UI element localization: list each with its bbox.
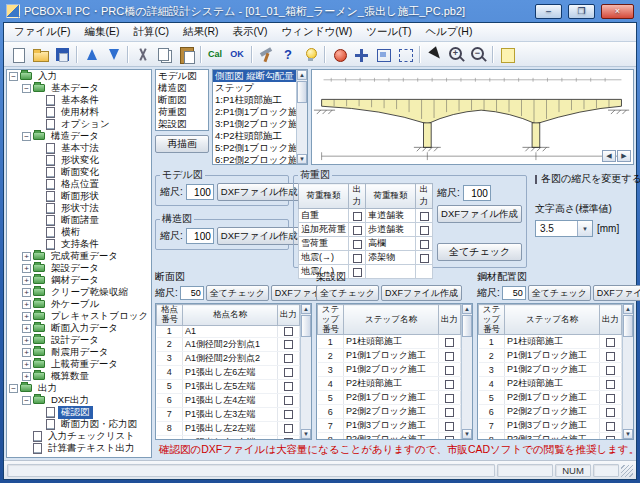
output-checkbox[interactable] [445,394,454,403]
select-cursor-icon[interactable] [423,44,445,64]
save-icon[interactable] [51,44,73,64]
prev-step-button[interactable]: ◀ [602,150,616,162]
tree-item[interactable]: +プレキャストブロック [7,310,151,322]
tendon-scale-input[interactable] [502,286,526,300]
step-list-item[interactable]: ステップ [213,82,296,94]
expand-icon[interactable]: + [22,300,31,309]
table-row[interactable]: 1A1 [157,325,300,337]
table-row[interactable]: 4P2柱頭部施工 [479,377,622,391]
output-checkbox[interactable] [353,254,362,263]
structure-dxf-button[interactable]: DXFファイル作成 [217,227,302,245]
output-checkbox[interactable] [420,226,429,235]
help-icon[interactable]: ? [277,44,299,64]
expand-icon[interactable]: + [22,336,31,345]
scrollbar-thumb[interactable] [462,315,472,337]
step-list-item[interactable]: 3:P1側2ブロック施工 [213,118,296,130]
menu-window[interactable]: ウィンドウ(W) [276,23,359,41]
expand-icon[interactable]: + [22,348,31,357]
load-scale-input[interactable] [463,185,491,201]
output-checkbox[interactable] [606,352,615,361]
table-row[interactable]: 4P2柱頭部施工 [318,377,461,391]
section-scale-input[interactable] [180,286,204,300]
menu-calc[interactable]: 計算(C) [127,23,175,41]
expand-icon[interactable]: + [22,252,31,261]
tree-item[interactable]: 基本寸法 [7,142,151,154]
output-checkbox[interactable] [606,380,615,389]
output-checkbox[interactable] [353,226,362,235]
section-check-all-button[interactable]: 全てチェック [206,285,269,301]
output-checkbox[interactable] [445,408,454,417]
sheet-icon[interactable] [496,44,518,64]
next-step-button[interactable]: ▶ [617,150,631,162]
collapse-icon[interactable]: − [22,84,31,93]
calc-button[interactable]: Cal [204,44,226,64]
redraw-view-icon[interactable] [328,44,350,64]
tree-item[interactable]: 断面力図・応力図 [7,418,151,430]
table-row[interactable]: 2P1側1ブロック施工 [479,349,622,363]
zoom-out-icon[interactable] [467,44,489,64]
figure-list-item[interactable]: 断面図 [156,94,208,106]
build-icon[interactable] [255,44,277,64]
step-list-scrollbar[interactable]: ▲▼ [296,70,307,164]
model-dxf-button[interactable]: DXFファイル作成 [217,183,302,201]
tree-item[interactable]: 基本条件 [7,94,151,106]
collapse-icon[interactable]: − [22,396,31,405]
output-checkbox[interactable] [353,212,362,221]
table-row[interactable]: 4P1張出し左6左端 [157,365,300,379]
scroll-down-icon[interactable]: ▼ [462,429,472,439]
menu-tools[interactable]: ツール(T) [360,23,417,41]
tree-item[interactable]: +概算数量 [7,370,151,382]
tree-item[interactable]: 格点位置 [7,178,151,190]
figure-list-item[interactable]: 荷重図 [156,106,208,118]
step-list-item[interactable]: 6:P2側2ブロック施工 [213,154,296,164]
output-checkbox[interactable] [284,424,293,433]
scroll-up-icon[interactable]: ▲ [301,304,311,314]
output-checkbox[interactable] [606,338,615,347]
cut-icon[interactable] [131,44,153,64]
zoom-in-icon[interactable] [445,44,467,64]
open-file-icon[interactable] [29,44,51,64]
scroll-down-icon[interactable]: ▼ [297,154,307,164]
table-row[interactable]: 6P2側2ブロック施工 [479,405,622,419]
expand-icon[interactable]: + [22,360,31,369]
copy-icon[interactable] [153,44,175,64]
hint-lamp-icon[interactable] [299,44,321,64]
expand-icon[interactable]: + [22,288,31,297]
output-checkbox[interactable] [420,254,429,263]
output-checkbox[interactable] [445,436,454,440]
tree-item[interactable]: 入力チェックリスト [7,430,151,442]
output-checkbox[interactable] [606,436,615,440]
tree-item[interactable]: +架設データ [7,262,151,274]
tree-item[interactable]: 計算書テキスト出力 [7,442,151,454]
erection-dxf-button[interactable]: DXFファイル作成 [381,285,462,301]
table-row[interactable]: 8P2側3ブロック施工 [318,433,461,440]
tree-item[interactable]: −入力 [7,70,151,82]
expand-icon[interactable]: + [22,312,31,321]
collapse-icon[interactable]: − [9,384,18,393]
output-checkbox[interactable] [606,408,615,417]
structure-scale-input[interactable] [186,228,214,244]
tendon-check-all-button[interactable]: 全てチェック [528,285,591,301]
tree-item[interactable]: +上載荷重データ [7,358,151,370]
model-scale-input[interactable] [186,184,214,200]
scroll-down-icon[interactable]: ▼ [301,429,311,439]
table-row[interactable]: 1P1柱頭部施工 [318,335,461,349]
expand-icon[interactable]: + [22,264,31,273]
output-checkbox[interactable] [353,240,362,249]
tendon-table-scrollbar[interactable]: ▲▼ [622,304,633,439]
table-row[interactable]: 5P2側1ブロック施工 [318,391,461,405]
table-row[interactable]: 5P2側1ブロック施工 [479,391,622,405]
scroll-down-icon[interactable]: ▼ [623,429,633,439]
output-checkbox[interactable] [284,327,293,336]
fit-view-icon[interactable] [372,44,394,64]
figure-list-item[interactable]: モデル図 [156,70,208,82]
tree-item[interactable]: オプション [7,118,151,130]
scroll-up-icon[interactable]: ▲ [462,304,472,314]
scrollbar-thumb[interactable] [623,315,633,337]
table-row[interactable]: 3P1側2ブロック施工 [479,363,622,377]
table-row[interactable]: 3A1側径間2分割点2 [157,351,300,365]
table-row[interactable]: 7P1側3ブロック施工 [318,419,461,433]
table-row[interactable]: 3P1側2ブロック施工 [318,363,461,377]
menu-result[interactable]: 結果(R) [177,23,225,41]
expand-icon[interactable]: + [22,324,31,333]
